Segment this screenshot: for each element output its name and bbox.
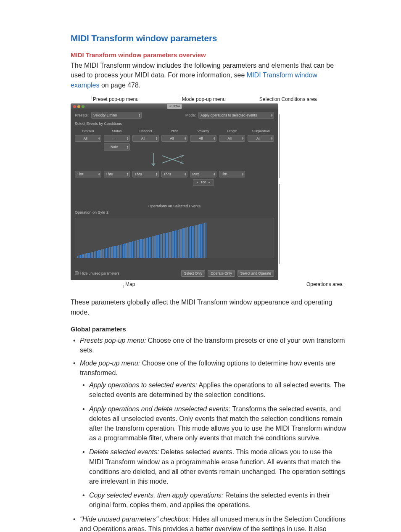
cond-pitch[interactable]: All▴▾ xyxy=(161,135,188,142)
velocity-max-value[interactable]: ▾ 100 ▴ xyxy=(193,179,214,186)
midi-transform-window: untitTra Presets: Velocity Limiter ▴▾ Mo… xyxy=(71,103,278,280)
select-and-operate-button[interactable]: Select and Operate xyxy=(237,270,274,277)
callout-ops: Operations area xyxy=(306,281,343,287)
zoom-icon[interactable] xyxy=(82,105,84,108)
select-only-button[interactable]: Select Only xyxy=(181,270,205,277)
condition-headers: Position Status Channel Pitch Velocity L… xyxy=(75,129,274,134)
cond-status-note[interactable]: Note▴▾ xyxy=(104,143,130,150)
callout-map: Map xyxy=(125,281,135,287)
callout-selcond: Selection Conditions area xyxy=(259,96,317,102)
operations-row: Thru▴▾ Thru▴▾ Thru▴▾ Thru▴▾ Max▴▾ Thru▴▾ xyxy=(75,171,274,177)
routing-arrows xyxy=(75,152,274,171)
col-subposition: Subposition xyxy=(252,129,270,134)
bullet-mode-copy-apply: Copy selected events, then apply operati… xyxy=(80,490,346,510)
callout-preset: Preset pop-up menu xyxy=(93,96,139,102)
select-conditions-label: Select Events by Conditions xyxy=(75,121,274,127)
bullet-mode-apply-delete: Apply operations and delete unselected e… xyxy=(80,404,346,443)
global-parameters-list: Presets pop-up menu: Choose one of the t… xyxy=(71,336,346,532)
bullet-presets: Presets pop-up menu: Choose one of the t… xyxy=(71,336,346,355)
cond-length[interactable]: All▴▾ xyxy=(219,135,245,142)
op-status[interactable]: Thru▴▾ xyxy=(104,171,130,177)
hide-unused-checkbox[interactable] xyxy=(75,271,79,275)
op-on-byte2-label: Operation on Byte 2 xyxy=(75,210,274,215)
mode-label: Mode: xyxy=(185,113,196,118)
page-title: MIDI Transform window parameters xyxy=(71,32,346,45)
intro-paragraph: The MIDI Transform window includes the f… xyxy=(71,61,346,90)
op-channel[interactable]: Thru▴▾ xyxy=(132,171,159,177)
operate-only-button[interactable]: Operate Only xyxy=(208,270,235,277)
presets-popup[interactable]: Velocity Limiter ▴▾ xyxy=(91,112,142,119)
callouts-bottom: Map Operations area xyxy=(71,281,346,288)
bullet-hide-checkbox: "Hide unused parameters" checkbox: Hides… xyxy=(71,514,346,532)
op-velocity[interactable]: Max▴▾ xyxy=(190,171,216,177)
chevron-updown-icon: ▴▾ xyxy=(271,114,273,117)
cond-channel[interactable]: All▴▾ xyxy=(132,135,159,142)
col-channel: Channel xyxy=(140,129,152,134)
col-velocity: Velocity xyxy=(198,129,209,134)
presets-label: Presets: xyxy=(75,113,89,118)
close-icon[interactable] xyxy=(73,105,76,108)
col-position: Position xyxy=(82,129,94,134)
col-length: Length xyxy=(227,129,237,134)
figure-midi-transform-window: Preset pop-up menu Mode pop-up menu Sele… xyxy=(71,96,346,288)
window-filename: untitTra xyxy=(167,104,182,109)
cond-status[interactable]: =▴▾ xyxy=(104,135,130,142)
global-parameters-heading: Global parameters xyxy=(71,325,346,334)
bullet-mode: Mode pop-up menu: Choose one of the foll… xyxy=(71,358,346,510)
bullet-mode-apply-selected: Apply operations to selected events: App… xyxy=(80,380,346,400)
bullet-mode-delete-selected: Delete selected events: Deletes selected… xyxy=(80,447,346,486)
ops-on-selected-label: Operations on Selected Events xyxy=(75,204,274,209)
op-length[interactable]: Thru▴▾ xyxy=(219,171,245,177)
mode-popup[interactable]: Apply operations to selected events ▴▾ xyxy=(198,112,274,119)
cond-velocity[interactable]: All▴▾ xyxy=(190,135,216,142)
col-pitch: Pitch xyxy=(171,129,178,134)
col-status: Status xyxy=(112,129,122,134)
intro-part2: on page 478. xyxy=(101,82,140,89)
minimize-icon[interactable] xyxy=(77,105,80,108)
callout-mode: Mode pop-up menu xyxy=(182,96,226,102)
op-position[interactable]: Thru▴▾ xyxy=(75,171,101,177)
cond-position[interactable]: All▴▾ xyxy=(75,135,101,142)
cond-subposition[interactable]: All▴▾ xyxy=(248,135,274,142)
window-titlebar: untitTra xyxy=(71,103,278,109)
map-chart[interactable] xyxy=(75,218,274,258)
hide-unused-label: Hide unused parameters xyxy=(80,271,119,276)
chevron-updown-icon: ▴▾ xyxy=(139,114,140,117)
overview-subtitle: MIDI Transform window parameters overvie… xyxy=(71,50,346,60)
op-pitch[interactable]: Thru▴▾ xyxy=(161,171,188,177)
after-figure-paragraph: These parameters globally affect the MID… xyxy=(71,297,346,317)
callouts-top: Preset pop-up menu Mode pop-up menu Sele… xyxy=(71,96,346,103)
